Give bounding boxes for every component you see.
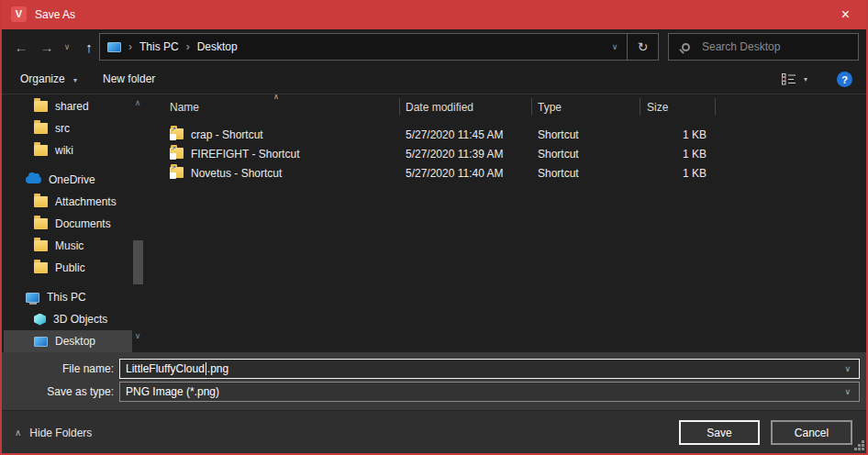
sidebar-item-this-pc[interactable]: This PC [4, 286, 132, 308]
search-placeholder: Search Desktop [702, 40, 780, 53]
sidebar-item-3d-objects[interactable]: 3D Objects [4, 308, 132, 330]
window-title: Save As [35, 0, 75, 29]
sidebar-scrollbar-thumb[interactable] [133, 240, 143, 284]
folder-icon [34, 218, 48, 229]
help-icon[interactable]: ? [837, 72, 852, 87]
address-bar[interactable]: › This PC › Desktop ∨ ↻ [99, 33, 659, 61]
text-cursor [206, 362, 206, 375]
folder-icon [34, 262, 48, 273]
sidebar-item-wiki[interactable]: wiki [4, 139, 132, 161]
breadcrumb-this-pc[interactable]: This PC [139, 40, 179, 53]
sidebar-item-public[interactable]: Public [4, 257, 132, 279]
organize-label: Organize [20, 72, 65, 85]
3d-cube-icon [34, 314, 46, 326]
file-row[interactable]: crap - Shortcut 5/27/2020 11:45 AM Short… [158, 126, 745, 145]
resize-grip[interactable] [853, 440, 864, 451]
sidebar-item-music[interactable]: Music [4, 235, 132, 257]
computer-icon [26, 293, 39, 303]
folder-icon [34, 145, 48, 156]
save-button[interactable]: Save [679, 420, 760, 445]
file-list: ∧ Name Date modified Type Size crap - Sh… [158, 94, 866, 352]
desktop-monitor-icon [34, 337, 48, 347]
file-row[interactable]: FIREFIGHT - Shortcut 5/27/2020 11:39 AM … [158, 145, 745, 164]
cancel-button[interactable]: Cancel [771, 420, 852, 445]
this-pc-icon [107, 42, 121, 52]
column-divider[interactable] [640, 98, 640, 116]
hide-folders-label: Hide Folders [29, 427, 92, 439]
breadcrumb-desktop[interactable]: Desktop [197, 40, 238, 53]
details-view-icon[interactable] [782, 73, 796, 88]
navigation-sidebar: shared src wiki OneDrive Attachments Doc… [2, 94, 149, 352]
file-name-label: File name: [2, 359, 114, 379]
organize-dropdown-icon: ▾ [73, 76, 77, 84]
folder-shortcut-icon [170, 128, 184, 139]
app-logo-glyph: V [16, 9, 22, 19]
back-icon[interactable]: ← [9, 29, 33, 64]
search-icon [682, 43, 690, 51]
sidebar-item-desktop[interactable]: Desktop [4, 330, 132, 352]
folder-icon [34, 123, 48, 134]
column-header-type[interactable]: Type [538, 101, 562, 114]
folder-shortcut-icon [170, 148, 184, 159]
folder-shortcut-icon [170, 167, 184, 178]
command-toolbar: Organize ▾ New folder ▾ ? [2, 64, 866, 94]
file-list-header: ∧ Name Date modified Type Size [158, 94, 866, 119]
file-row[interactable]: Novetus - Shortcut 5/27/2020 11:40 AM Sh… [158, 164, 745, 183]
up-icon[interactable]: ↑ [77, 29, 101, 64]
recent-locations-chevron-icon[interactable]: ∨ [59, 29, 75, 64]
search-input[interactable]: Search Desktop [668, 33, 859, 61]
file-name-value: LittleFluffyCloud [126, 362, 205, 375]
close-icon[interactable]: × [825, 0, 866, 29]
column-header-date-modified[interactable]: Date modified [406, 101, 473, 114]
column-header-size[interactable]: Size [647, 101, 668, 114]
app-logo-icon: V [11, 6, 27, 22]
sort-ascending-icon: ∧ [273, 93, 279, 101]
organize-button[interactable]: Organize ▾ [20, 64, 77, 95]
save-as-type-dropdown-icon[interactable]: ∨ [844, 387, 851, 396]
sidebar-scroll-up-icon[interactable]: ∧ [130, 98, 145, 107]
folder-icon [34, 196, 48, 207]
folder-icon [34, 101, 48, 112]
title-bar: V Save As × [2, 0, 866, 29]
new-folder-button[interactable]: New folder [103, 64, 155, 94]
folder-icon [34, 240, 48, 251]
save-as-type-label: Save as type: [2, 382, 114, 402]
address-dropdown-icon[interactable]: ∨ [603, 42, 627, 51]
sidebar-item-src[interactable]: src [4, 117, 132, 139]
save-as-type-value: PNG Image (*.png) [126, 385, 219, 398]
breadcrumb-separator: › [186, 40, 190, 53]
save-as-type-select[interactable]: PNG Image (*.png) ∨ [119, 382, 860, 402]
breadcrumb-separator: › [128, 40, 132, 53]
file-name-dropdown-icon[interactable]: ∨ [844, 364, 851, 373]
file-name-input[interactable]: LittleFluffyCloud.png ∨ [119, 359, 860, 379]
view-dropdown-icon[interactable]: ▾ [804, 64, 807, 94]
sidebar-scroll-down-icon[interactable]: ∨ [130, 331, 145, 340]
file-name-extension: .png [207, 362, 228, 375]
hide-folders-chevron-icon: ∧ [15, 427, 21, 438]
navigation-bar: ← → ∨ ↑ › This PC › Desktop ∨ ↻ Search D… [2, 29, 866, 64]
sidebar-item-shared[interactable]: shared [4, 95, 132, 117]
sidebar-item-onedrive[interactable]: OneDrive [4, 169, 132, 191]
hide-folders-button[interactable]: ∧ Hide Folders [15, 411, 92, 454]
fields-panel: File name: LittleFluffyCloud.png ∨ Save … [2, 352, 866, 410]
content-area: shared src wiki OneDrive Attachments Doc… [2, 94, 866, 352]
column-divider[interactable] [399, 98, 400, 116]
refresh-icon[interactable]: ↻ [627, 34, 658, 60]
forward-icon[interactable]: → [35, 29, 59, 64]
sidebar-item-documents[interactable]: Documents [4, 213, 132, 235]
footer-bar: ∧ Hide Folders Save Cancel [2, 410, 866, 453]
column-header-name[interactable]: Name [170, 101, 199, 114]
onedrive-cloud-icon [26, 176, 41, 183]
column-divider[interactable] [531, 98, 532, 116]
sidebar-item-attachments[interactable]: Attachments [4, 191, 132, 213]
save-as-dialog: V Save As × ← → ∨ ↑ › This PC › Desktop … [0, 0, 868, 455]
column-divider[interactable] [715, 98, 716, 116]
